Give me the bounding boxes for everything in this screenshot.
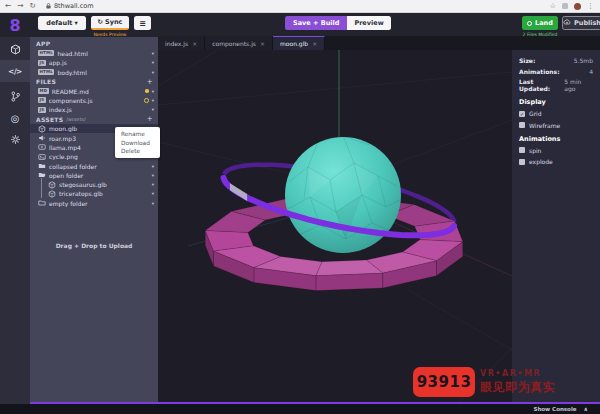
workspace-dropdown[interactable]: default ▾ [38,16,86,30]
status-dot-yellow-outline [144,98,149,103]
settings-gear-icon[interactable] [0,129,30,149]
close-icon[interactable]: × [192,40,197,47]
video-icon [38,143,46,151]
option-wireframe[interactable]: Wireframe [519,122,593,129]
row-menu-caret[interactable]: ▾ [152,107,154,112]
checkbox-spin[interactable] [519,147,525,153]
animation-options: spinexplode [519,147,593,166]
preview-button[interactable]: Preview [347,16,390,30]
row-menu-caret[interactable]: ▾ [152,51,154,56]
file-row-app-js[interactable]: JSapp.js▾ [30,58,158,67]
add-file-button[interactable]: + [147,115,153,123]
tab-moon-glb[interactable]: moon.glb× [273,36,325,50]
file-row-open-folder[interactable]: open folder▾ [30,171,158,180]
stat-animations-: Animations:4 [519,68,593,75]
save-build-button[interactable]: Save + Build [285,16,347,30]
file-type-badge: JS [38,97,46,103]
show-console-toggle[interactable]: Show Console ∧ [533,406,588,412]
sync-status-text: Needs Preview [80,32,140,37]
row-menu-caret[interactable]: ▾ [152,89,154,94]
publish-label: Publish [574,19,600,27]
cube-icon [48,190,56,198]
sync-button[interactable]: ↻ Sync [91,16,129,30]
tab-label: components.js [212,40,256,47]
cube-icon [38,125,46,133]
sync-icon: ↻ [98,18,103,26]
file-row-collapsed-folder[interactable]: collapsed folder▾ [30,161,158,170]
section-header-app: APP [30,39,158,49]
checkbox-explode[interactable] [519,159,525,165]
option-label: Grid [529,110,542,117]
row-menu-caret[interactable]: ▾ [152,70,154,75]
option-label: explode [529,158,553,165]
hamburger-menu-button[interactable]: ≡ [134,16,151,30]
code-editor-tab-icon[interactable]: </> [0,60,30,82]
extension-icon[interactable] [562,3,568,9]
tab-components-js[interactable]: components.js× [205,36,273,50]
target-icon[interactable]: ◎ [0,108,30,128]
land-globe-icon [527,21,532,26]
browser-refresh-icon[interactable]: ↻ [30,0,36,12]
audio-icon [38,134,46,142]
file-row-stegosaurus-glb[interactable]: stegosaurus.glb▾ [30,180,158,189]
section-header-assets: ASSETS/assets/+ [30,114,158,124]
close-icon[interactable]: × [312,40,317,47]
add-file-button[interactable]: + [147,78,153,86]
browser-forward-icon[interactable]: → [17,0,23,12]
file-row-index-js[interactable]: JSindex.js▾ [30,105,158,114]
url-bar[interactable]: 8thwall.com [54,0,94,12]
row-menu-caret[interactable]: ▾ [152,173,154,178]
file-name: components.js [49,97,141,104]
context-menu-item-delete[interactable]: Delete [115,147,160,156]
project-cube-icon[interactable] [0,39,30,59]
browser-menu-icon[interactable]: ⋮ [587,2,594,10]
file-panel: APPHTMLhead.html▾JSapp.js▾HTMLbody.html▾… [30,37,158,404]
build-controls: Save + Build Preview [285,16,391,30]
browser-avatar[interactable] [574,3,581,10]
eighthwall-logo[interactable]: 8 [0,13,30,37]
browser-chrome: ← → ↻ 8thwall.com ☆ ⋮ [0,0,600,13]
asset-inspector: Size:5.5mbAnimations:4Last Updated:5 min… [512,50,600,402]
file-row-readme-md[interactable]: MDREADME.md▾ [30,86,158,95]
context-menu-item-rename[interactable]: Rename [115,130,160,139]
file-row-components-js[interactable]: JScomponents.js▾ [30,96,158,105]
tab-index-js[interactable]: index.js× [158,36,205,50]
row-menu-caret[interactable]: ▾ [152,201,154,206]
display-options: ✓GridWireframe [519,110,593,129]
git-branch-icon[interactable] [0,86,30,106]
show-console-label: Show Console [533,406,576,412]
file-tree: APPHTMLhead.html▾JSapp.js▾HTMLbody.html▾… [30,39,158,208]
close-icon[interactable]: × [260,40,265,47]
file-row-empty-folder[interactable]: empty folder▾ [30,199,158,208]
file-row-body-html[interactable]: HTMLbody.html▾ [30,67,158,76]
file-row-head-html[interactable]: HTMLhead.html▾ [30,49,158,58]
option-explode[interactable]: explode [519,158,593,165]
watermark-line2: 眼见即为真实 [480,379,555,396]
checkbox-wireframe[interactable] [519,122,525,128]
option-spin[interactable]: spin [519,147,593,154]
browser-back-icon[interactable]: ← [5,0,11,12]
stat-last-updated-: Last Updated:5 min ago [519,78,593,92]
option-grid[interactable]: ✓Grid [519,110,593,117]
display-header: Display [519,98,593,106]
file-name: README.md [52,88,143,95]
option-label: spin [529,147,541,154]
row-menu-caret[interactable]: ▾ [152,182,154,187]
publish-button[interactable]: Publish [562,16,600,30]
row-menu-caret[interactable]: ▾ [152,191,154,196]
context-menu-item-download[interactable]: Download [115,138,160,147]
folder-open-icon [38,171,46,179]
file-row-triceratops-glb[interactable]: triceratops.glb▾ [30,189,158,198]
file-name: head.html [57,50,148,57]
checkbox-grid[interactable]: ✓ [519,111,525,117]
row-menu-caret[interactable]: ▾ [152,164,154,169]
model-viewport[interactable] [158,50,512,402]
bookmark-star-icon[interactable]: ☆ [550,2,556,10]
row-menu-caret[interactable]: ▾ [152,60,154,65]
caret-up-icon: ∧ [584,406,588,412]
section-title: APP [36,40,50,47]
row-menu-caret[interactable]: ▾ [152,98,154,103]
file-type-badge: MD [38,88,49,94]
stat-value: 5.5mb [574,57,593,64]
land-button[interactable]: Land [522,16,558,30]
